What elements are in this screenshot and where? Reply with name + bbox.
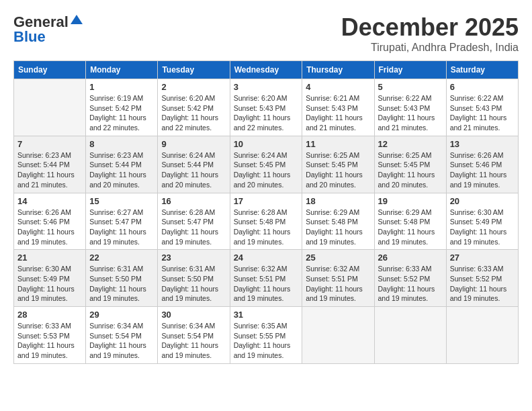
day-number: 13 (450, 139, 515, 149)
day-info: Sunrise: 6:20 AMSunset: 5:43 PMDaylight:… (234, 93, 299, 133)
day-number: 12 (378, 139, 443, 149)
day-number: 28 (17, 310, 82, 320)
day-number: 22 (89, 253, 154, 263)
table-row: 4Sunrise: 6:21 AMSunset: 5:43 PMDaylight… (302, 79, 374, 136)
table-row: 13Sunrise: 6:26 AMSunset: 5:46 PMDayligh… (446, 136, 518, 193)
calendar-table: SundayMondayTuesdayWednesdayThursdayFrid… (13, 60, 519, 364)
title-block: December 2025 Tirupati, Andhra Pradesh, … (341, 13, 519, 54)
day-info: Sunrise: 6:26 AMSunset: 5:46 PMDaylight:… (450, 150, 515, 190)
day-number: 16 (161, 196, 226, 206)
day-number: 5 (378, 82, 443, 92)
page-header: General Blue December 2025 Tirupati, And… (13, 13, 519, 54)
day-info: Sunrise: 6:32 AMSunset: 5:51 PMDaylight:… (234, 264, 299, 304)
day-info: Sunrise: 6:31 AMSunset: 5:50 PMDaylight:… (161, 264, 226, 304)
table-row (14, 79, 86, 136)
logo: General Blue (13, 13, 83, 46)
svg-marker-0 (71, 15, 83, 24)
table-row: 14Sunrise: 6:26 AMSunset: 5:46 PMDayligh… (14, 193, 86, 250)
day-number: 19 (378, 196, 443, 206)
table-row: 22Sunrise: 6:31 AMSunset: 5:50 PMDayligh… (86, 250, 158, 307)
table-row: 7Sunrise: 6:23 AMSunset: 5:44 PMDaylight… (14, 136, 86, 193)
day-info: Sunrise: 6:28 AMSunset: 5:48 PMDaylight:… (234, 208, 299, 247)
col-header-sunday: Sunday (14, 61, 86, 79)
logo-arrow-icon (71, 13, 83, 28)
day-number: 31 (234, 310, 299, 320)
day-number: 24 (234, 253, 299, 263)
table-row: 27Sunrise: 6:33 AMSunset: 5:52 PMDayligh… (446, 250, 518, 307)
col-header-thursday: Thursday (302, 61, 374, 79)
day-number: 14 (17, 196, 82, 206)
day-info: Sunrise: 6:33 AMSunset: 5:52 PMDaylight:… (378, 264, 443, 304)
month-year-title: December 2025 (341, 13, 519, 42)
day-info: Sunrise: 6:25 AMSunset: 5:45 PMDaylight:… (378, 150, 443, 190)
col-header-monday: Monday (86, 61, 158, 79)
day-info: Sunrise: 6:33 AMSunset: 5:52 PMDaylight:… (450, 264, 515, 304)
day-info: Sunrise: 6:23 AMSunset: 5:44 PMDaylight:… (89, 150, 154, 190)
day-number: 25 (306, 253, 370, 263)
day-number: 2 (161, 82, 226, 92)
day-info: Sunrise: 6:29 AMSunset: 5:48 PMDaylight:… (378, 208, 443, 247)
table-row: 30Sunrise: 6:34 AMSunset: 5:54 PMDayligh… (158, 307, 230, 364)
day-number: 11 (306, 139, 370, 149)
day-info: Sunrise: 6:29 AMSunset: 5:48 PMDaylight:… (306, 208, 370, 247)
day-number: 20 (450, 196, 515, 206)
col-header-friday: Friday (374, 61, 446, 79)
table-row: 26Sunrise: 6:33 AMSunset: 5:52 PMDayligh… (374, 250, 446, 307)
day-number: 27 (450, 253, 515, 263)
day-info: Sunrise: 6:28 AMSunset: 5:47 PMDaylight:… (161, 208, 226, 247)
day-number: 26 (378, 253, 443, 263)
table-row (302, 307, 374, 364)
table-row: 24Sunrise: 6:32 AMSunset: 5:51 PMDayligh… (230, 250, 302, 307)
day-number: 10 (234, 139, 299, 149)
day-number: 15 (89, 196, 154, 206)
day-number: 8 (89, 139, 154, 149)
day-info: Sunrise: 6:22 AMSunset: 5:43 PMDaylight:… (378, 93, 443, 133)
table-row: 1Sunrise: 6:19 AMSunset: 5:42 PMDaylight… (86, 79, 158, 136)
day-number: 29 (89, 310, 154, 320)
table-row: 23Sunrise: 6:31 AMSunset: 5:50 PMDayligh… (158, 250, 230, 307)
table-row: 8Sunrise: 6:23 AMSunset: 5:44 PMDaylight… (86, 136, 158, 193)
table-row: 21Sunrise: 6:30 AMSunset: 5:49 PMDayligh… (14, 250, 86, 307)
day-number: 23 (161, 253, 226, 263)
table-row: 31Sunrise: 6:35 AMSunset: 5:55 PMDayligh… (230, 307, 302, 364)
table-row: 12Sunrise: 6:25 AMSunset: 5:45 PMDayligh… (374, 136, 446, 193)
day-info: Sunrise: 6:21 AMSunset: 5:43 PMDaylight:… (306, 93, 370, 133)
day-number: 9 (161, 139, 226, 149)
table-row: 6Sunrise: 6:22 AMSunset: 5:43 PMDaylight… (446, 79, 518, 136)
day-info: Sunrise: 6:22 AMSunset: 5:43 PMDaylight:… (450, 93, 515, 133)
day-info: Sunrise: 6:32 AMSunset: 5:51 PMDaylight:… (306, 264, 370, 304)
table-row: 11Sunrise: 6:25 AMSunset: 5:45 PMDayligh… (302, 136, 374, 193)
day-number: 4 (306, 82, 370, 92)
col-header-wednesday: Wednesday (230, 61, 302, 79)
day-number: 1 (89, 82, 154, 92)
day-number: 7 (17, 139, 82, 149)
table-row (374, 307, 446, 364)
table-row: 17Sunrise: 6:28 AMSunset: 5:48 PMDayligh… (230, 193, 302, 250)
day-info: Sunrise: 6:33 AMSunset: 5:53 PMDaylight:… (17, 321, 82, 361)
day-number: 18 (306, 196, 370, 206)
col-header-saturday: Saturday (446, 61, 518, 79)
day-info: Sunrise: 6:20 AMSunset: 5:42 PMDaylight:… (161, 93, 226, 133)
location-subtitle: Tirupati, Andhra Pradesh, India (341, 42, 519, 54)
day-info: Sunrise: 6:34 AMSunset: 5:54 PMDaylight:… (89, 321, 154, 361)
table-row: 18Sunrise: 6:29 AMSunset: 5:48 PMDayligh… (302, 193, 374, 250)
table-row (446, 307, 518, 364)
table-row: 16Sunrise: 6:28 AMSunset: 5:47 PMDayligh… (158, 193, 230, 250)
day-number: 21 (17, 253, 82, 263)
table-row: 19Sunrise: 6:29 AMSunset: 5:48 PMDayligh… (374, 193, 446, 250)
table-row: 25Sunrise: 6:32 AMSunset: 5:51 PMDayligh… (302, 250, 374, 307)
day-number: 17 (234, 196, 299, 206)
day-info: Sunrise: 6:24 AMSunset: 5:45 PMDaylight:… (234, 150, 299, 190)
day-info: Sunrise: 6:26 AMSunset: 5:46 PMDaylight:… (17, 208, 82, 247)
day-info: Sunrise: 6:27 AMSunset: 5:47 PMDaylight:… (89, 208, 154, 247)
table-row: 9Sunrise: 6:24 AMSunset: 5:44 PMDaylight… (158, 136, 230, 193)
day-info: Sunrise: 6:30 AMSunset: 5:49 PMDaylight:… (17, 264, 82, 304)
table-row: 20Sunrise: 6:30 AMSunset: 5:49 PMDayligh… (446, 193, 518, 250)
table-row: 28Sunrise: 6:33 AMSunset: 5:53 PMDayligh… (14, 307, 86, 364)
day-number: 30 (161, 310, 226, 320)
col-header-tuesday: Tuesday (158, 61, 230, 79)
day-info: Sunrise: 6:24 AMSunset: 5:44 PMDaylight:… (161, 150, 226, 190)
table-row: 29Sunrise: 6:34 AMSunset: 5:54 PMDayligh… (86, 307, 158, 364)
table-row: 3Sunrise: 6:20 AMSunset: 5:43 PMDaylight… (230, 79, 302, 136)
table-row: 2Sunrise: 6:20 AMSunset: 5:42 PMDaylight… (158, 79, 230, 136)
